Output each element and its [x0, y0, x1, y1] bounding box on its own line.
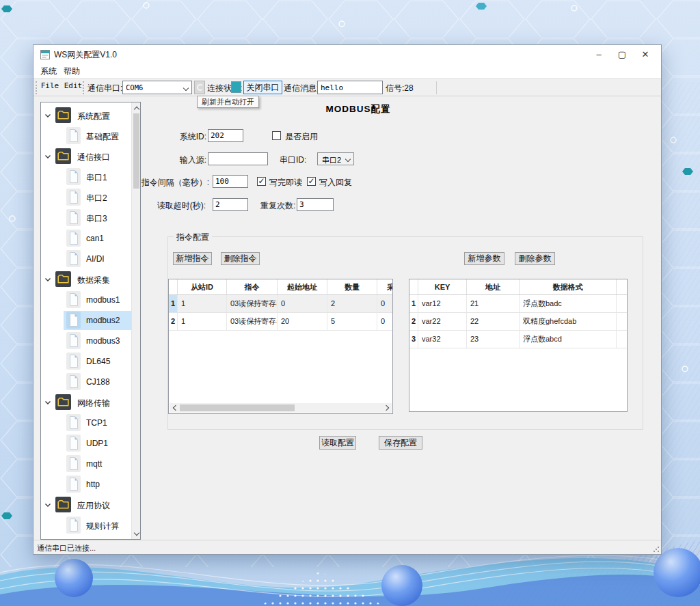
file-icon: [66, 476, 81, 493]
chevron-down-icon[interactable]: [44, 400, 51, 406]
read-after-write-label: 写完即读: [269, 177, 302, 189]
serial-id-value: 串口2: [322, 155, 341, 165]
column-header[interactable]: 从站ID: [178, 279, 227, 294]
refresh-button[interactable]: [194, 81, 205, 94]
tree-item-label: can1: [86, 234, 104, 243]
message-input[interactable]: [317, 81, 383, 94]
table-row[interactable]: 2var2222双精度ghefcdab: [409, 313, 627, 331]
tree-item-7[interactable]: AI/DI: [41, 249, 131, 269]
table-cell: 22: [467, 313, 520, 330]
refresh-tooltip: 刷新并自动打开: [197, 96, 259, 108]
column-header[interactable]: 数据格式: [520, 279, 617, 294]
file-icon: [66, 373, 81, 390]
tree-item-20[interactable]: 规则计算: [41, 515, 131, 536]
row-number-header[interactable]: [169, 279, 178, 294]
tree-item-18[interactable]: http: [41, 474, 131, 495]
status-message: 通信串口已连接...: [37, 543, 96, 553]
close-serial-button[interactable]: 关闭串口: [243, 81, 282, 94]
add-command-button[interactable]: 新增指令: [173, 252, 212, 265]
serial-id-combobox[interactable]: 串口2: [317, 152, 354, 165]
column-header[interactable]: KEY: [418, 279, 467, 294]
tree-item-16[interactable]: UDP1: [41, 433, 131, 454]
row-number-header[interactable]: [409, 279, 418, 294]
column-header[interactable]: 地址: [467, 279, 520, 294]
input-source-input[interactable]: [208, 152, 268, 165]
read-after-write-checkbox[interactable]: [257, 177, 266, 186]
interval-label: 指令间隔（毫秒）:: [136, 177, 209, 189]
tree-item-2[interactable]: 通信接口: [41, 146, 131, 167]
close-button[interactable]: ✕: [634, 45, 657, 64]
scroll-right-icon[interactable]: [382, 403, 392, 413]
tree-item-label: 应用协议: [77, 500, 110, 512]
chevron-down-icon[interactable]: [44, 502, 51, 508]
tree-item-14[interactable]: 网络传输: [41, 392, 131, 413]
column-header[interactable]: 指令: [227, 279, 278, 294]
tree-item-4[interactable]: 串口2: [41, 187, 131, 208]
app-icon: [40, 50, 50, 59]
tree-item-9[interactable]: modbus1: [41, 290, 131, 310]
chevron-down-icon[interactable]: [44, 154, 51, 160]
system-id-input[interactable]: [208, 129, 243, 142]
row-number-header[interactable]: [617, 279, 628, 294]
tree-item-label: 基础配置: [86, 131, 119, 143]
tree-item-15[interactable]: TCP1: [41, 413, 131, 433]
tree-item-10[interactable]: modbus2: [41, 310, 131, 331]
scroll-left-icon[interactable]: [170, 403, 179, 413]
file-button[interactable]: File: [39, 81, 61, 94]
file-icon: [66, 230, 81, 247]
table-row[interactable]: 2103读保持寄存器2050: [169, 313, 392, 331]
tree-item-13[interactable]: CJ188: [41, 372, 131, 392]
column-header[interactable]: 采: [377, 279, 393, 294]
folder-icon: [55, 497, 71, 512]
table-row[interactable]: 1var1221浮点数badc: [409, 295, 627, 313]
minimize-button[interactable]: –: [587, 45, 610, 64]
read-config-button[interactable]: 读取配置: [319, 436, 356, 450]
tree-item-6[interactable]: can1: [41, 228, 131, 249]
interval-input[interactable]: [213, 175, 248, 188]
file-icon: [66, 312, 81, 329]
tree-item-11[interactable]: modbus3: [41, 331, 131, 351]
serial-port-combobox[interactable]: COM6: [122, 81, 192, 94]
maximize-button[interactable]: ▢: [610, 45, 634, 64]
enable-checkbox[interactable]: [272, 131, 281, 140]
tree-item-12[interactable]: DL645: [41, 351, 131, 372]
tree-scrollbar[interactable]: [131, 102, 140, 539]
scroll-up-icon[interactable]: [132, 103, 141, 113]
timeout-input[interactable]: [213, 198, 248, 211]
column-header[interactable]: 起始地址: [278, 279, 327, 294]
delete-command-button[interactable]: 删除指令: [221, 252, 260, 265]
tree-item-0[interactable]: 系统配置: [41, 105, 131, 126]
file-icon: [66, 291, 81, 308]
scroll-down-icon[interactable]: [132, 529, 141, 538]
repeat-input[interactable]: [297, 198, 334, 211]
table-row[interactable]: 3var3223浮点数abcd: [409, 331, 627, 348]
menu-system[interactable]: 系统: [38, 64, 59, 78]
tree-item-19[interactable]: 应用协议: [41, 495, 131, 515]
save-config-button[interactable]: 保存配置: [379, 436, 422, 450]
serial-port-value: COM6: [126, 83, 143, 92]
table-row[interactable]: 1103读保持寄存器020: [169, 295, 392, 313]
tree-item-5[interactable]: 串口3: [41, 208, 131, 228]
write-reply-checkbox[interactable]: [307, 177, 316, 186]
scrollbar-thumb[interactable]: [180, 404, 295, 411]
command-table-hscrollbar[interactable]: [170, 403, 392, 413]
table-cell: var22: [418, 313, 467, 330]
file-icon: [66, 517, 81, 534]
row-number: 3: [409, 331, 418, 348]
table-cell: [617, 295, 628, 312]
column-header[interactable]: 数量: [327, 279, 377, 294]
timeout-label: 读取超时(秒):: [143, 200, 206, 212]
chevron-down-icon[interactable]: [44, 113, 51, 119]
tree-item-8[interactable]: 数据采集: [41, 269, 131, 290]
tree-item-1[interactable]: 基础配置: [41, 126, 131, 146]
tree-item-3[interactable]: 串口1: [41, 167, 131, 187]
delete-param-button[interactable]: 删除参数: [515, 252, 555, 265]
serial-id-label: 串口ID:: [280, 154, 306, 166]
menu-help[interactable]: 帮助: [61, 64, 83, 78]
resize-grip[interactable]: [653, 546, 660, 553]
chevron-down-icon[interactable]: [44, 277, 51, 283]
tree-item-17[interactable]: mqtt: [41, 454, 131, 474]
tree-item-label: TCP1: [86, 418, 107, 428]
edit-button[interactable]: Edit: [62, 81, 84, 94]
add-param-button[interactable]: 新增参数: [464, 252, 504, 265]
